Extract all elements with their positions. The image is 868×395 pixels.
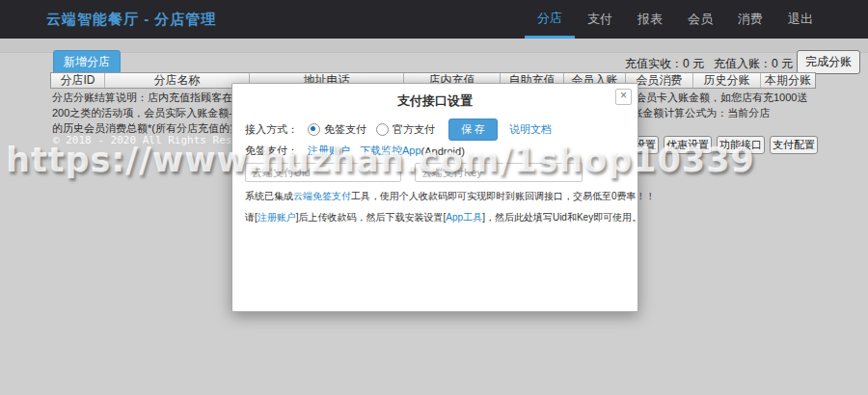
nav-item-branch[interactable]: 分店 xyxy=(525,0,575,39)
nosign-pay-label: 免签支付： xyxy=(245,144,298,158)
usage-register-link[interactable]: 注册账户 xyxy=(258,211,296,224)
column-header-current-split: 本期分账 xyxy=(761,73,815,88)
recharge-credited-label: 充值入账： xyxy=(714,57,772,70)
radio-nosign-pay[interactable] xyxy=(308,123,320,136)
column-header-branch-name: 分店名称 xyxy=(105,73,250,88)
access-mode-label: 接入方式： xyxy=(245,122,298,137)
discount-settings-button[interactable]: 优惠设置 xyxy=(664,136,712,154)
top-navbar: 云端智能餐厅 - 分店管理 分店 支付 报表 会员 消费 退出 xyxy=(0,0,868,39)
integration-note: 系统已集成云端免签支付工具，使用个人收款码即可实现即时到账回调接口，交易低至0费… xyxy=(245,190,656,203)
branch-row-actions: 价格设置 优惠设置 功能接口 支付配置 xyxy=(610,136,818,154)
screen: 云端智能餐厅 - 分店管理 分店 支付 报表 会员 消费 退出 新增分店 充值实… xyxy=(0,0,868,395)
recharge-credited-value: 0 元 xyxy=(772,57,793,70)
close-icon[interactable]: × xyxy=(615,89,632,105)
radio-official-label[interactable]: 官方支付 xyxy=(393,122,435,137)
nav-item-member[interactable]: 会员 xyxy=(675,0,725,39)
radio-nosign-label[interactable]: 免签支付 xyxy=(324,122,366,137)
cloud-nosign-pay-link[interactable]: 云端免签支付 xyxy=(293,190,351,203)
app-title: 云端智能餐厅 - 分店管理 xyxy=(46,0,216,39)
integration-note-pre: 系统已集成 xyxy=(245,190,293,203)
modal-title: 支付接口设置 xyxy=(232,84,637,110)
integration-note-post: 工具，使用个人收款码即可实现即时到账回调接口，交易低至0费率！！ xyxy=(351,190,656,203)
recharge-received-label: 充值实收： xyxy=(625,57,683,70)
column-header-branch-id: 分店ID xyxy=(51,73,105,88)
add-branch-button[interactable]: 新增分店 xyxy=(53,50,121,74)
docs-link[interactable]: 说明文档 xyxy=(509,122,552,137)
main-nav: 分店 支付 报表 会员 消费 退出 xyxy=(525,0,826,39)
save-button[interactable]: 保 存 xyxy=(448,118,498,141)
usage-note-t3: ]，然后此处填写Uid和Key即可使用。 xyxy=(482,211,641,224)
nav-item-logout[interactable]: 退出 xyxy=(775,0,826,39)
usage-note: 请[注册账户]后上传收款码，然后下载安装设置[App工具]，然后此处填写Uid和… xyxy=(245,211,641,224)
payment-config-button[interactable]: 支付配置 xyxy=(770,136,818,154)
download-app-link[interactable]: 下载监控App xyxy=(360,144,421,158)
nosign-pay-row: 免签支付： 注册账户 下载监控App (Android) xyxy=(245,144,465,158)
nav-item-consume[interactable]: 消费 xyxy=(725,0,775,39)
radio-official-pay[interactable] xyxy=(376,123,389,136)
register-account-link[interactable]: 注册账户 xyxy=(308,144,350,158)
access-mode-row: 接入方式： 免签支付 官方支付 保 存 说明文档 xyxy=(245,118,552,141)
key-input[interactable] xyxy=(415,163,583,182)
uid-input[interactable] xyxy=(245,163,401,182)
usage-app-tool-link[interactable]: App工具 xyxy=(446,211,482,224)
sub-header-band xyxy=(0,39,868,53)
column-header-history-split: 历史分账 xyxy=(693,73,761,88)
nav-item-payment[interactable]: 支付 xyxy=(575,0,625,39)
nav-item-report[interactable]: 报表 xyxy=(625,0,675,39)
usage-note-t1: 请[ xyxy=(245,211,258,224)
download-app-suffix: (Android) xyxy=(421,145,465,157)
complete-split-button[interactable]: 完成分账 xyxy=(797,50,860,74)
recharge-stats: 充值实收：0 元充值入账：0 元 xyxy=(625,56,793,72)
recharge-received-value: 0 元 xyxy=(683,57,704,70)
function-api-button[interactable]: 功能接口 xyxy=(717,136,765,154)
usage-note-t2: ]后上传收款码，然后下载安装设置[ xyxy=(296,211,447,224)
payment-settings-modal: 支付接口设置 × 接入方式： 免签支付 官方支付 保 存 说明文档 免签支付： … xyxy=(231,83,638,312)
credentials-row xyxy=(245,163,583,182)
